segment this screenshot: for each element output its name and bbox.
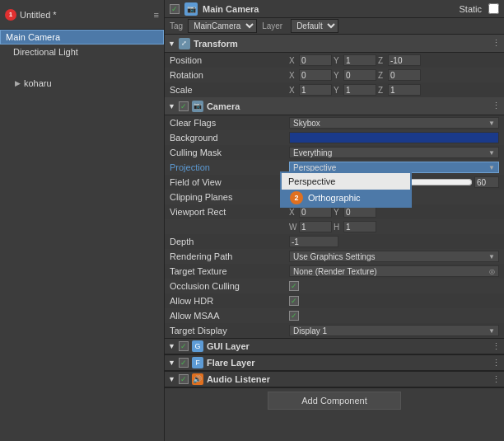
depth-label: Depth bbox=[170, 237, 289, 246]
pos-y-label: Y bbox=[334, 56, 342, 65]
background-color[interactable] bbox=[289, 132, 499, 143]
flare-layer-checkbox[interactable] bbox=[179, 358, 189, 368]
culling-mask-dropdown[interactable]: Everything ▼ bbox=[289, 147, 499, 158]
hierarchy-menu-icon[interactable]: ≡ bbox=[154, 10, 159, 20]
occlusion-row: Occlusion Culling bbox=[165, 279, 504, 293]
gui-layer-checkbox[interactable] bbox=[179, 341, 189, 351]
fov-input[interactable] bbox=[474, 176, 499, 188]
occlusion-checkbox[interactable] bbox=[289, 281, 299, 291]
culling-mask-value: Everything ▼ bbox=[289, 147, 499, 158]
camera-tri: ▼ bbox=[168, 102, 175, 110]
vp-h-input[interactable] bbox=[343, 221, 376, 232]
flare-layer-expand[interactable]: ⋮ bbox=[492, 358, 501, 368]
hdr-checkbox[interactable] bbox=[289, 296, 299, 306]
target-texture-text: None (Render Texture) bbox=[293, 267, 377, 276]
directional-light-item[interactable]: Directional Light bbox=[0, 45, 164, 59]
audio-listener-icon: 🔊 bbox=[192, 373, 203, 385]
rot-y-input[interactable] bbox=[343, 69, 376, 81]
viewport-label: Viewport Rect bbox=[170, 207, 289, 217]
object-active-checkbox[interactable] bbox=[170, 4, 180, 14]
sc-x-label: X bbox=[289, 86, 297, 95]
projection-arrow: ▼ bbox=[488, 164, 495, 171]
pos-y-input[interactable] bbox=[343, 54, 376, 66]
inspector-panel: 📷 Main Camera Static Tag MainCamera Laye… bbox=[165, 0, 504, 441]
projection-popup: Perspective 2 Orthographic bbox=[280, 171, 412, 208]
rendering-path-dropdown[interactable]: Use Graphics Settings ▼ bbox=[289, 251, 499, 262]
depth-input[interactable] bbox=[289, 236, 338, 247]
target-display-row: Target Display Display 1 ▼ bbox=[165, 323, 504, 338]
add-component-button[interactable]: Add Component bbox=[268, 392, 401, 410]
vp-x-input[interactable] bbox=[299, 206, 332, 218]
gui-layer-expand[interactable]: ⋮ bbox=[492, 341, 501, 352]
layer-label: Layer bbox=[262, 21, 282, 30]
camera-expand[interactable]: ⋮ bbox=[492, 101, 501, 111]
main-camera-item[interactable]: Main Camera bbox=[0, 30, 164, 45]
clear-flags-value: Skybox ▼ bbox=[289, 117, 499, 129]
target-texture-value: None (Render Texture) ◎ bbox=[289, 265, 499, 277]
hierarchy-badge: 1 bbox=[5, 9, 16, 21]
viewport-wh-row: W H bbox=[165, 219, 504, 234]
clipping-label: Clipping Planes bbox=[170, 192, 289, 202]
flare-layer-header: ▼ F Flare Layer ⋮ bbox=[165, 354, 504, 371]
projection-row: Projection Perspective ▼ Perspective 2 O… bbox=[165, 160, 504, 175]
audio-listener-header: ▼ 🔊 Audio Listener ⋮ bbox=[165, 371, 504, 387]
clear-flags-text: Skybox bbox=[293, 119, 320, 128]
transform-expand[interactable]: ⋮ bbox=[492, 38, 501, 49]
camera-enabled-checkbox[interactable] bbox=[179, 101, 189, 111]
target-texture-dropdown[interactable]: None (Render Texture) ◎ bbox=[289, 265, 499, 277]
clear-flags-dropdown[interactable]: Skybox ▼ bbox=[289, 117, 499, 129]
flare-tri: ▼ bbox=[168, 359, 175, 367]
tag-layer-row: Tag MainCamera Layer Default bbox=[165, 18, 504, 35]
depth-value bbox=[289, 236, 499, 247]
camera-label: Camera bbox=[207, 101, 240, 111]
depth-row: Depth bbox=[165, 234, 504, 249]
sc-x-input[interactable] bbox=[299, 84, 332, 96]
viewport-value: X Y bbox=[289, 206, 499, 218]
object-name: Main Camera bbox=[203, 4, 259, 14]
static-checkbox[interactable] bbox=[488, 3, 499, 14]
layer-select[interactable]: Default bbox=[291, 19, 338, 33]
rotation-label: Rotation bbox=[170, 70, 289, 80]
occlusion-value bbox=[289, 281, 499, 291]
hierarchy-panel: 1 Untitled * ≡ Main Camera Directional L… bbox=[0, 0, 165, 441]
rot-z-input[interactable] bbox=[388, 69, 421, 81]
hierarchy-controls: ≡ bbox=[154, 10, 159, 20]
camera-comp-icon: 📷 bbox=[192, 101, 203, 112]
target-display-dropdown[interactable]: Display 1 ▼ bbox=[289, 325, 499, 336]
gui-layer-icon: G bbox=[192, 340, 203, 352]
vp-y-input[interactable] bbox=[343, 206, 376, 218]
projection-label: Projection bbox=[170, 162, 289, 172]
msaa-checkbox[interactable] bbox=[289, 311, 299, 321]
target-texture-arrow: ◎ bbox=[489, 268, 495, 275]
rendering-path-text: Use Graphics Settings bbox=[293, 252, 376, 261]
audio-tri: ▼ bbox=[168, 375, 175, 383]
pos-x-input[interactable] bbox=[299, 54, 332, 66]
occlusion-label: Occlusion Culling bbox=[170, 281, 289, 291]
pos-x-label: X bbox=[289, 56, 297, 65]
vp-y-label: Y bbox=[334, 208, 342, 217]
culling-mask-label: Culling Mask bbox=[170, 148, 289, 157]
rotation-value: X Y Z bbox=[289, 69, 499, 81]
projection-orthographic-option[interactable]: 2 Orthographic bbox=[282, 190, 410, 206]
hierarchy-title-text: Untitled * bbox=[20, 10, 57, 20]
sc-z-input[interactable] bbox=[388, 84, 421, 96]
sc-y-input[interactable] bbox=[343, 84, 376, 96]
audio-listener-expand[interactable]: ⋮ bbox=[492, 374, 501, 385]
vp-w-input[interactable] bbox=[299, 221, 332, 232]
transform-tri: ▼ bbox=[168, 40, 175, 48]
hdr-value bbox=[289, 296, 499, 306]
pos-z-input[interactable] bbox=[388, 54, 421, 66]
rot-x-input[interactable] bbox=[299, 69, 332, 81]
position-row: Position X Y Z bbox=[165, 53, 504, 68]
audio-listener-checkbox[interactable] bbox=[179, 374, 189, 384]
koharu-item[interactable]: ▶ koharu bbox=[0, 76, 164, 91]
target-texture-label: Target Texture bbox=[170, 266, 289, 276]
clear-flags-arrow: ▼ bbox=[488, 120, 495, 127]
koharu-label: koharu bbox=[24, 78, 52, 88]
msaa-label: Allow MSAA bbox=[170, 311, 289, 321]
rot-y-label: Y bbox=[334, 71, 342, 80]
projection-perspective-option[interactable]: Perspective bbox=[282, 173, 410, 190]
tag-select[interactable]: MainCamera bbox=[188, 19, 257, 33]
rendering-path-value: Use Graphics Settings ▼ bbox=[289, 251, 499, 262]
sc-y-label: Y bbox=[334, 86, 342, 95]
